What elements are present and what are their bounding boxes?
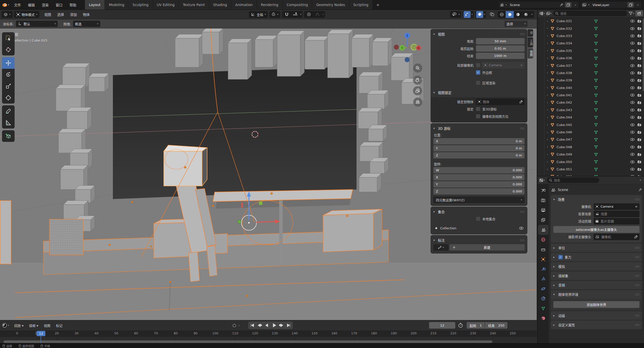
eyedropper-icon[interactable]	[634, 235, 638, 239]
textured-block[interactable]	[49, 219, 83, 255]
eye-icon[interactable]	[630, 56, 635, 60]
section-7[interactable]: ▸自定义属性	[551, 321, 642, 329]
scene-camera-field[interactable]: Camera ×	[594, 203, 639, 210]
properties-tab-scene[interactable]	[538, 225, 548, 234]
properties-tab-view-layer[interactable]	[538, 215, 548, 225]
next-keyframe-button[interactable]	[278, 322, 285, 329]
outliner-row[interactable]: ›Cube.040	[538, 84, 644, 91]
eye-icon[interactable]	[630, 131, 635, 134]
cursor-rotation-z-field[interactable]: Z0.000	[433, 188, 525, 195]
expand-icon[interactable]: ›	[547, 71, 548, 75]
panel-grip-icon[interactable]	[520, 211, 525, 213]
panel-grip-icon[interactable]	[520, 127, 525, 130]
camera-visibility-icon[interactable]	[637, 153, 641, 156]
prev-frame-button[interactable]	[263, 322, 270, 329]
workspace-tab-texture-paint[interactable]: Texture Paint	[179, 0, 209, 10]
jump-to-start-button[interactable]	[249, 322, 256, 329]
object-name[interactable]: Cube.034	[557, 41, 572, 45]
panel-grip-icon[interactable]	[635, 198, 639, 201]
object-name[interactable]: Cube.042	[557, 101, 572, 104]
new-collection-button[interactable]	[635, 10, 643, 16]
annotation-new-button[interactable]: + 新建	[449, 244, 525, 250]
cursor-location-x-field[interactable]: X0 m	[433, 138, 525, 144]
eye-icon[interactable]	[630, 42, 635, 45]
eye-icon[interactable]	[630, 116, 635, 119]
eye-icon[interactable]	[630, 123, 635, 126]
show-overlays-toggle[interactable]	[476, 11, 483, 18]
workspace-tab-shading[interactable]: Shading	[209, 0, 231, 10]
expand-icon[interactable]: ›	[547, 153, 548, 156]
section-6[interactable]: ▸动画	[551, 311, 642, 320]
object-name[interactable]: Cube.043	[557, 108, 572, 112]
transform-orientation-dropdown[interactable]: 全局 ▾	[249, 11, 268, 18]
workspace-tab-scripting[interactable]: Scripting	[349, 0, 373, 10]
view-row-2-field[interactable]: 1000 m	[476, 53, 525, 59]
camera-visibility-icon[interactable]	[637, 108, 641, 112]
timeline-menu-3[interactable]: 标记	[53, 323, 65, 328]
remove-viewlayer-button[interactable]: ×	[635, 3, 640, 7]
outliner-row[interactable]: ›Cube.037	[538, 62, 644, 69]
outliner-row[interactable]: ›Cube.035	[538, 47, 644, 54]
expand-icon[interactable]: ›	[547, 27, 548, 30]
annotations-panel-header[interactable]: ▾标注	[433, 237, 525, 243]
expand-icon[interactable]: ›	[547, 108, 548, 112]
local-collections-checkbox[interactable]	[476, 217, 480, 221]
expand-icon[interactable]: ›	[547, 131, 548, 134]
panel-grip-icon[interactable]	[635, 275, 639, 277]
expand-icon[interactable]: ›	[547, 42, 548, 45]
eye-icon[interactable]	[630, 153, 635, 156]
outliner-row[interactable]: ›Cube.045	[538, 121, 644, 128]
object-name[interactable]: Cube.048	[557, 145, 572, 149]
outliner-row[interactable]: ›Cube.052	[538, 173, 644, 176]
tool-measure-button[interactable]	[2, 117, 15, 129]
gizmo-dropdown[interactable]: ▾	[471, 13, 473, 16]
object-name[interactable]: Cube.050	[557, 160, 572, 164]
clear-icon[interactable]: ×	[635, 205, 638, 208]
section-checkbox[interactable]: ✓	[558, 255, 563, 259]
use-preview-range-toggle[interactable]	[458, 323, 463, 328]
new-scene-button[interactable]	[565, 2, 571, 8]
timeline-scrollbar[interactable]	[4, 340, 492, 343]
npanel-tab-工具[interactable]: 工具	[528, 37, 533, 48]
tool-move-button[interactable]	[2, 57, 15, 69]
object-name[interactable]: Cube.031	[557, 19, 572, 23]
panel-grip-icon[interactable]	[635, 314, 639, 317]
frame-end-field[interactable]: 结束250	[485, 322, 507, 329]
eye-icon[interactable]	[630, 101, 635, 104]
editor-type-button[interactable]: ▾	[2, 11, 13, 18]
outliner-display-mode-button[interactable]: ▾	[546, 12, 552, 15]
camera-view-button[interactable]	[413, 86, 422, 95]
outliner-row[interactable]: ›Cube.039	[538, 77, 644, 84]
blender-logo-icon[interactable]: ▾	[0, 3, 11, 7]
tool-rotate-button[interactable]	[2, 69, 15, 80]
eye-icon[interactable]	[630, 79, 635, 82]
outliner-row[interactable]: ›Cube.044	[538, 114, 644, 121]
prev-keyframe-button[interactable]	[256, 322, 263, 329]
viewlayer-name[interactable]: ViewLayer	[591, 3, 611, 7]
camera-visibility-icon[interactable]	[637, 101, 641, 104]
camera-visibility-icon[interactable]	[637, 79, 641, 82]
jump-to-end-button[interactable]	[285, 322, 292, 329]
workspace-tab-layout[interactable]: Layout	[85, 0, 105, 10]
view-lock-header[interactable]: ▾ 视图锁定	[433, 89, 525, 96]
workspace-tab-modeling[interactable]: Modeling	[105, 0, 128, 10]
expand-icon[interactable]: ›	[547, 116, 548, 119]
proportional-falloff-dropdown[interactable]	[314, 11, 321, 18]
navigation-gizmo[interactable]: Z Y X	[389, 30, 425, 66]
panel-grip-icon[interactable]	[635, 324, 639, 326]
outliner-row[interactable]: ›Cube.038	[538, 69, 644, 77]
timeline-ruler[interactable]: 12 0102030405060708090100110120130140150…	[0, 330, 537, 337]
object-name[interactable]: Cube.037	[557, 64, 572, 68]
outliner-row[interactable]: ›Cube.031	[538, 17, 644, 25]
object-name[interactable]: Cube.047	[557, 138, 572, 141]
camera-visibility-icon[interactable]	[637, 168, 641, 171]
collection-row[interactable]: Collection	[433, 225, 525, 232]
topbar-menu-3[interactable]: 窗口	[52, 0, 66, 10]
xray-toggle[interactable]	[489, 11, 496, 18]
outliner-row[interactable]: ›Cube.032	[538, 25, 644, 32]
camera-visibility-icon[interactable]	[637, 131, 641, 134]
object-name[interactable]: Cube.040	[557, 86, 572, 90]
active-clip-field[interactable]: 影片剪辑	[594, 218, 639, 225]
wall-opening[interactable]	[113, 67, 357, 199]
pin-icon[interactable]	[560, 3, 563, 7]
